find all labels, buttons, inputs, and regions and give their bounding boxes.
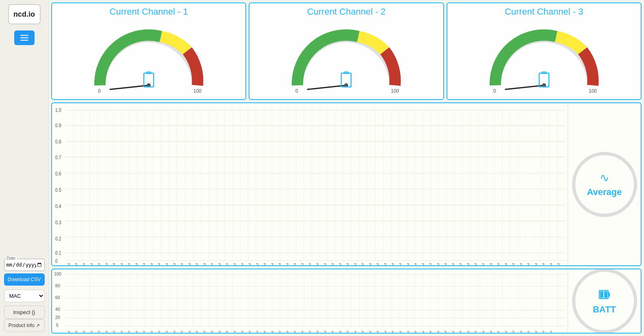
svg-text:0.9: 0.9: [55, 122, 61, 128]
svg-text:12:44 AM: 12:44 AM: [82, 263, 86, 265]
svg-text:0.2: 0.2: [55, 236, 61, 242]
svg-text:10:22 PM: 10:22 PM: [527, 263, 530, 265]
svg-line-0: [110, 85, 149, 89]
svg-text:4:08 PM: 4:08 PM: [391, 331, 395, 333]
svg-text:0.3: 0.3: [55, 219, 61, 225]
svg-text:12:50 PM: 12:50 PM: [331, 263, 334, 265]
svg-text:1:34 PM: 1:34 PM: [346, 263, 349, 265]
svg-text:4:08 PM: 4:08 PM: [399, 263, 402, 265]
gauge-1-title: Current Channel - 1: [110, 3, 188, 19]
svg-text:100: 100: [589, 88, 597, 93]
batt-label: BATT: [593, 304, 616, 315]
svg-text:6:42 PM: 6:42 PM: [444, 331, 447, 333]
svg-text:12:28 PM: 12:28 PM: [323, 263, 327, 265]
svg-text:100: 100: [391, 88, 399, 93]
svg-text:2:12 AM: 2:12 AM: [112, 263, 116, 265]
svg-text:11:00 AM: 11:00 AM: [286, 331, 289, 333]
svg-text:1:28 AM: 1:28 AM: [90, 331, 93, 333]
svg-text:4:02 AM: 4:02 AM: [142, 331, 146, 333]
svg-text:8:04 AM: 8:04 AM: [233, 263, 236, 265]
svg-text:3:18 AM: 3:18 AM: [127, 331, 131, 333]
svg-text:5:36 PM: 5:36 PM: [429, 263, 432, 265]
download-csv-button[interactable]: Download CSV: [4, 273, 45, 286]
svg-text:4:02 AM: 4:02 AM: [150, 263, 154, 265]
svg-text:9:16 PM: 9:16 PM: [497, 331, 500, 333]
svg-text:100: 100: [54, 271, 61, 276]
average-chart-svg: 1.0 0.9 0.8 0.7 0.6 0.5 0.4 0.3 0.2 0.1 …: [52, 103, 568, 265]
svg-text:8:54 PM: 8:54 PM: [489, 331, 493, 333]
svg-text:12:22 AM: 12:22 AM: [74, 263, 78, 265]
svg-text:7:26 PM: 7:26 PM: [459, 331, 462, 333]
svg-text:2:34 AM: 2:34 AM: [120, 263, 124, 265]
svg-text:9:38 PM: 9:38 PM: [512, 263, 515, 265]
svg-text:4:24 AM: 4:24 AM: [157, 263, 161, 265]
svg-text:4:24 AM: 4:24 AM: [150, 331, 154, 333]
svg-text:8:54 PM: 8:54 PM: [497, 263, 500, 265]
svg-text:9:32 AM: 9:32 AM: [263, 263, 267, 265]
svg-text:12:44 AM: 12:44 AM: [74, 331, 78, 333]
svg-text:7:04 PM: 7:04 PM: [451, 331, 455, 333]
menu-button[interactable]: [14, 30, 35, 45]
svg-text:0.1: 0.1: [55, 250, 61, 256]
svg-text:10:44 PM: 10:44 PM: [534, 263, 538, 265]
mac-select[interactable]: MAC: [4, 290, 45, 302]
svg-text:5:30 AM: 5:30 AM: [180, 263, 184, 265]
svg-rect-310: [604, 291, 607, 298]
svg-text:3:46 PM: 3:46 PM: [384, 331, 387, 333]
svg-text:2:56 AM: 2:56 AM: [127, 263, 131, 265]
svg-text:1:28 AM: 1:28 AM: [97, 263, 101, 265]
svg-text:3:40 AM: 3:40 AM: [135, 331, 139, 333]
svg-text:7:42 AM: 7:42 AM: [225, 263, 229, 265]
svg-text:6:20 PM: 6:20 PM: [444, 263, 447, 265]
logo: ncd.io: [8, 4, 41, 24]
svg-text:1:06 AM: 1:06 AM: [89, 263, 93, 265]
gauge-card-2: Current Channel - 2 0 100: [249, 2, 444, 100]
sidebar: ncd.io Date: Download CSV MAC Inspect {}…: [0, 0, 49, 336]
svg-text:5: 5: [56, 323, 59, 327]
svg-text:11:00 AM: 11:00 AM: [293, 263, 297, 265]
svg-text:1:50 AM: 1:50 AM: [97, 331, 101, 333]
svg-text:10:16 AM: 10:16 AM: [278, 263, 282, 265]
svg-text:10:00 PM: 10:00 PM: [512, 331, 515, 333]
svg-text:1:06 AM: 1:06 AM: [82, 331, 86, 333]
date-input[interactable]: [6, 260, 43, 270]
svg-text:0.5: 0.5: [55, 187, 61, 193]
svg-text:40: 40: [55, 307, 60, 312]
svg-text:8:04 AM: 8:04 AM: [225, 331, 229, 333]
svg-text:6:42 PM: 6:42 PM: [451, 263, 455, 265]
svg-text:4:46 AM: 4:46 AM: [165, 263, 169, 265]
svg-text:5:08 AM: 5:08 AM: [172, 263, 176, 265]
svg-text:9:10 AM: 9:10 AM: [248, 331, 252, 333]
svg-text:1:56 PM: 1:56 PM: [346, 331, 349, 333]
svg-text:3:24 PM: 3:24 PM: [384, 263, 387, 265]
svg-text:11:44 AM: 11:44 AM: [301, 331, 304, 333]
svg-text:1:12 PM: 1:12 PM: [338, 263, 342, 265]
svg-text:2:56 AM: 2:56 AM: [120, 331, 124, 333]
svg-text:60: 60: [55, 295, 60, 300]
svg-text:5:52 AM: 5:52 AM: [180, 331, 184, 333]
svg-text:3:18 AM: 3:18 AM: [135, 263, 139, 265]
waveform-icon: ∿: [600, 171, 609, 184]
svg-text:10:22 PM: 10:22 PM: [519, 331, 523, 333]
svg-text:7:20 AM: 7:20 AM: [218, 263, 221, 265]
gauge-1-body: 0 100: [52, 19, 245, 99]
svg-text:0.6: 0.6: [55, 171, 61, 177]
svg-text:6:14 AM: 6:14 AM: [188, 331, 191, 333]
gauge-1-svg: 0 100: [88, 24, 210, 93]
svg-text:20: 20: [55, 315, 60, 320]
svg-text:5:08 AM: 5:08 AM: [165, 331, 169, 333]
product-info-button[interactable]: Product info ↗: [4, 319, 45, 332]
svg-text:3:02 PM: 3:02 PM: [369, 331, 372, 333]
svg-text:5:58 PM: 5:58 PM: [436, 263, 440, 265]
inspect-button[interactable]: Inspect {}: [4, 306, 45, 319]
batt-side: BATT: [568, 269, 641, 333]
svg-text:4:30 PM: 4:30 PM: [406, 263, 410, 265]
gauges-row: Current Channel - 1 0 100: [51, 2, 642, 100]
svg-text:6:20 PM: 6:20 PM: [436, 331, 440, 333]
gauge-3-title: Current Channel - 3: [505, 3, 583, 19]
average-chart-card: 1.0 0.9 0.8 0.7 0.6 0.5 0.4 0.3 0.2 0.1 …: [51, 102, 642, 266]
svg-text:5:14 PM: 5:14 PM: [421, 263, 425, 265]
hamburger-icon: [20, 35, 28, 41]
batt-circle: BATT: [572, 269, 637, 334]
svg-text:5:14 PM: 5:14 PM: [414, 331, 417, 333]
